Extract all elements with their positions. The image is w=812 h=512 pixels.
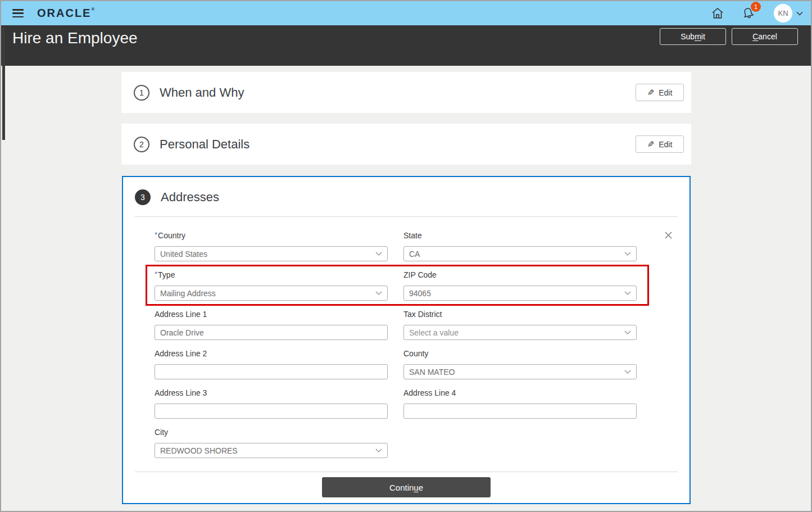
step-number-badge: 1 bbox=[134, 85, 149, 101]
field-state: State CA bbox=[403, 231, 637, 261]
edit-when-and-why-button[interactable]: ✎ Edit bbox=[636, 84, 684, 101]
continue-button[interactable]: Continue bbox=[322, 477, 491, 497]
tax-district-select[interactable]: Select a value bbox=[403, 325, 637, 340]
avatar-initials: KN bbox=[778, 9, 788, 17]
address-line-2-input[interactable] bbox=[160, 368, 382, 377]
field-address-line-1: Address Line 1 bbox=[155, 310, 388, 340]
country-select[interactable]: United States bbox=[155, 246, 388, 261]
divider bbox=[135, 472, 678, 472]
section-title: Addresses bbox=[161, 190, 219, 205]
step-number-badge: 3 bbox=[135, 189, 151, 205]
edit-pencil-icon: ✎ bbox=[647, 88, 655, 98]
address-line-1-input[interactable] bbox=[160, 328, 382, 337]
top-navigation-bar: ORACLE® 1 KN bbox=[1, 1, 811, 25]
chevron-down-icon bbox=[624, 370, 631, 374]
close-icon[interactable] bbox=[664, 231, 673, 242]
field-city: City REDWOOD SHORES bbox=[155, 428, 388, 458]
chevron-down-icon bbox=[375, 448, 382, 452]
step-number-badge: 2 bbox=[134, 137, 149, 152]
registered-mark: ® bbox=[91, 7, 94, 12]
edit-pencil-icon: ✎ bbox=[647, 139, 655, 149]
divider bbox=[135, 216, 678, 217]
notifications-icon[interactable]: 1 bbox=[742, 7, 755, 20]
chevron-down-icon bbox=[375, 291, 382, 295]
submit-button[interactable]: Submit bbox=[660, 28, 726, 45]
field-address-line-3: Address Line 3 bbox=[155, 388, 388, 419]
background-window-edge bbox=[2, 26, 5, 140]
menu-icon[interactable] bbox=[12, 9, 24, 17]
page-title: Hire an Employee bbox=[12, 29, 138, 47]
type-select[interactable]: Mailing Address bbox=[155, 286, 388, 301]
address-line-4-input[interactable] bbox=[409, 407, 631, 416]
chevron-down-icon bbox=[624, 252, 631, 256]
edit-personal-details-button[interactable]: ✎ Edit bbox=[636, 135, 684, 153]
section-personal-details: 2 Personal Details ✎ Edit bbox=[121, 124, 691, 165]
chevron-down-icon bbox=[624, 330, 631, 334]
field-county: County SAN MATEO bbox=[403, 349, 637, 379]
cancel-button[interactable]: Cancel bbox=[732, 28, 798, 45]
field-address-line-2: Address Line 2 bbox=[155, 349, 388, 379]
state-select[interactable]: CA bbox=[403, 246, 637, 261]
chevron-down-icon bbox=[375, 252, 382, 256]
section-title: When and Why bbox=[160, 85, 244, 100]
section-addresses: 3 Addresses *Country United States bbox=[122, 176, 691, 504]
field-type: *Type Mailing Address bbox=[155, 270, 388, 301]
section-title: Personal Details bbox=[160, 137, 250, 152]
field-zip-code: ZIP Code 94065 bbox=[403, 270, 637, 301]
notification-badge: 1 bbox=[751, 2, 761, 12]
city-select[interactable]: REDWOOD SHORES bbox=[155, 443, 388, 458]
address-form: *Country United States State CA bbox=[155, 231, 637, 458]
county-select[interactable]: SAN MATEO bbox=[403, 364, 637, 379]
field-address-line-4: Address Line 4 bbox=[403, 388, 637, 419]
field-tax-district: Tax District Select a value bbox=[403, 310, 637, 340]
chevron-down-icon[interactable] bbox=[796, 11, 803, 16]
home-icon[interactable] bbox=[711, 7, 724, 19]
avatar[interactable]: KN bbox=[774, 4, 792, 22]
required-marker: * bbox=[155, 270, 157, 278]
required-marker: * bbox=[155, 230, 157, 239]
address-line-3-input[interactable] bbox=[160, 407, 382, 416]
page-header: Hire an Employee Submit Cancel bbox=[1, 25, 811, 66]
zip-code-select[interactable]: 94065 bbox=[403, 286, 637, 301]
field-country: *Country United States bbox=[155, 231, 388, 261]
application-window: ORACLE® 1 KN bbox=[0, 0, 812, 512]
oracle-logo: ORACLE® bbox=[37, 7, 94, 20]
chevron-down-icon bbox=[624, 291, 631, 295]
section-when-and-why: 1 When and Why ✎ Edit bbox=[121, 72, 691, 113]
